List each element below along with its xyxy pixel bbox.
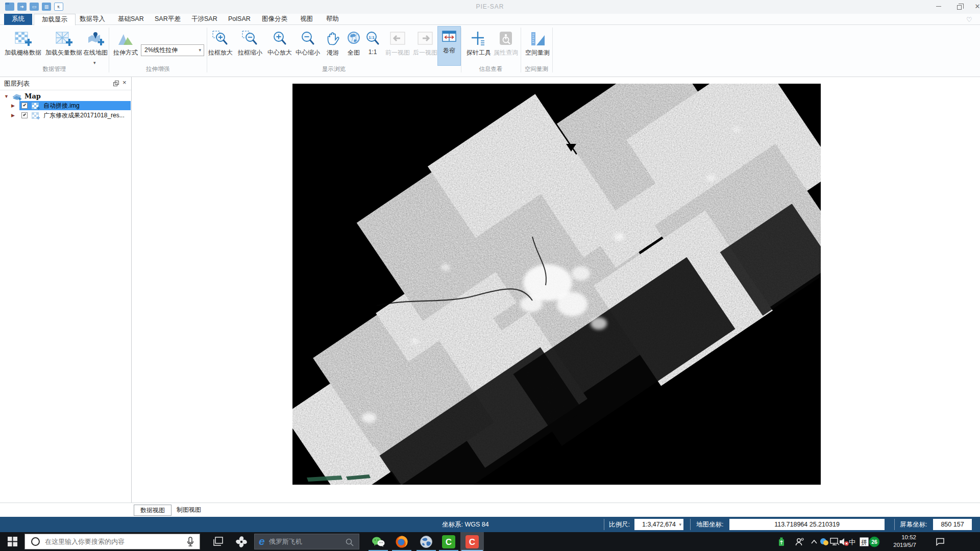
swipe-icon bbox=[441, 27, 457, 45]
stretch-mountains-icon bbox=[117, 29, 134, 47]
expand-arrow-icon[interactable]: ▶ bbox=[11, 111, 15, 120]
clock-date: 2019/5/7 bbox=[885, 541, 916, 549]
recorder-green-icon[interactable]: C bbox=[437, 532, 460, 551]
layer-row-1[interactable]: ▶ 自动拼接.img bbox=[0, 101, 132, 110]
ribbon-tab-row: 系统 加载显示 数据导入 基础SAR SAR平差 干涉SAR PolSAR 图像… bbox=[0, 14, 980, 25]
layer-checkbox[interactable] bbox=[21, 112, 28, 118]
tab-polsar[interactable]: PolSAR bbox=[220, 14, 258, 25]
zoom-out-box-button[interactable]: 拉框缩小 bbox=[236, 29, 264, 62]
float-panel-icon[interactable] bbox=[113, 81, 119, 86]
taskbar-clock[interactable]: 10:52 2019/5/7 bbox=[885, 534, 916, 549]
group-label-stretch: 拉伸增强 bbox=[109, 65, 207, 73]
ime-indicator[interactable]: 中 bbox=[849, 538, 855, 547]
restore-button[interactable] bbox=[950, 0, 968, 13]
vector-grid-icon bbox=[55, 29, 72, 47]
expand-arrow-icon[interactable]: ▶ bbox=[11, 101, 15, 110]
svg-text:1:1: 1:1 bbox=[369, 35, 375, 40]
microphone-icon[interactable] bbox=[187, 537, 194, 547]
antivirus-badge-icon[interactable]: 26 bbox=[867, 532, 882, 551]
previous-view-button[interactable]: 前一视图 bbox=[384, 29, 411, 62]
full-extent-button[interactable]: 全图 bbox=[344, 29, 363, 62]
screen-coord-value: 850 157 bbox=[933, 519, 972, 530]
load-raster-button[interactable]: 加载栅格数据 bbox=[3, 29, 43, 62]
news-search-widget[interactable]: e 俄罗斯飞机 bbox=[254, 534, 359, 549]
cortana-icon bbox=[31, 537, 40, 546]
tab-data-view[interactable]: 数据视图 bbox=[134, 505, 172, 516]
map-coord-label: 地图坐标: bbox=[696, 520, 723, 529]
raster-checkerboard-icon bbox=[14, 29, 32, 47]
raster-layer-icon bbox=[32, 112, 40, 122]
quick-access-customize-icon[interactable]: ▾ bbox=[57, 4, 60, 9]
tab-load-display[interactable]: 加载显示 bbox=[34, 14, 76, 26]
load-vector-button[interactable]: 加载矢量数据 bbox=[44, 29, 84, 62]
people-icon[interactable] bbox=[792, 532, 807, 551]
sar-mosaic bbox=[292, 84, 821, 485]
open-icon[interactable]: ➜ bbox=[17, 3, 27, 11]
sar-image-canvas[interactable] bbox=[292, 84, 821, 485]
pinwheel-app-icon[interactable] bbox=[230, 532, 253, 551]
close-button[interactable]: ✕ bbox=[969, 0, 980, 13]
taskbar-search-box[interactable] bbox=[24, 534, 200, 549]
tab-basic-sar[interactable]: 基础SAR bbox=[110, 14, 152, 25]
zoom-in-box-button[interactable]: 拉框放大 bbox=[206, 29, 235, 62]
view-tab-strip: 数据视图 制图视图 bbox=[0, 503, 980, 517]
zoom-out-center-icon bbox=[300, 29, 316, 47]
online-map-dropdown-icon[interactable]: ▾ bbox=[93, 60, 96, 65]
zoom-in-center-button[interactable]: 中心放大 bbox=[265, 29, 294, 62]
pie-sar-globe-icon[interactable] bbox=[414, 532, 438, 551]
task-view-icon[interactable] bbox=[206, 532, 230, 551]
zoom-out-center-button[interactable]: 中心缩小 bbox=[294, 29, 322, 62]
group-label-display: 显示浏览 bbox=[207, 65, 461, 73]
ie-icon: e bbox=[259, 535, 265, 547]
stretch-method-combobox[interactable]: 2%线性拉伸 ▾ bbox=[141, 44, 204, 56]
tab-system[interactable]: 系统 bbox=[4, 14, 32, 25]
save-icon[interactable]: ▭ bbox=[30, 3, 39, 11]
wechat-icon[interactable] bbox=[366, 532, 390, 551]
probe-crosshair-icon bbox=[470, 29, 487, 47]
arrow-left-icon bbox=[389, 29, 406, 47]
scale-combobox[interactable]: 1:3,472,674 ▾ bbox=[634, 519, 683, 530]
stretch-mode-button[interactable]: 拉伸方式 bbox=[111, 29, 140, 62]
tab-data-import[interactable]: 数据导入 bbox=[72, 14, 113, 25]
window-title: PIE-SAR bbox=[0, 0, 980, 14]
attribute-query-button[interactable]: 属性查询 bbox=[492, 29, 520, 62]
group-label-data-management: 数据管理 bbox=[0, 65, 109, 73]
tab-help[interactable]: 帮助 bbox=[318, 14, 347, 25]
minimize-button[interactable] bbox=[930, 0, 947, 13]
tree-root-row[interactable]: ▼ Map bbox=[0, 92, 132, 101]
tab-view[interactable]: 视图 bbox=[292, 14, 321, 25]
globe-icon bbox=[346, 29, 362, 47]
layer-panel-title: 图层列表 bbox=[4, 80, 30, 88]
panel-close-icon[interactable]: × bbox=[122, 79, 127, 86]
start-button[interactable] bbox=[0, 532, 24, 551]
action-center-icon[interactable] bbox=[931, 532, 949, 551]
tab-layout-view[interactable]: 制图视图 bbox=[170, 505, 207, 516]
new-project-icon[interactable] bbox=[5, 3, 14, 11]
heart-icon[interactable]: ♡ bbox=[966, 16, 972, 23]
crs-label: 坐标系: WGS 84 bbox=[442, 520, 489, 529]
probe-tool-button[interactable]: 探针工具 bbox=[464, 29, 493, 62]
swipe-button[interactable]: 卷帘 bbox=[438, 27, 460, 65]
usb-icon[interactable] bbox=[774, 532, 789, 551]
one-to-one-button[interactable]: 1:1 1:1 bbox=[363, 29, 382, 62]
pan-button[interactable]: 漫游 bbox=[323, 29, 343, 62]
firefox-icon[interactable] bbox=[390, 532, 413, 551]
tab-classification[interactable]: 图像分类 bbox=[254, 14, 295, 25]
spatial-measure-button[interactable]: 空间量测 bbox=[524, 29, 551, 62]
root-layer-label: Map bbox=[24, 92, 41, 101]
taskbar: e 俄罗斯飞机 C C bbox=[0, 532, 980, 551]
layer-checkbox[interactable] bbox=[21, 103, 28, 109]
svg-text:C: C bbox=[469, 537, 475, 547]
tab-insar[interactable]: 干涉SAR bbox=[184, 14, 225, 25]
map-view[interactable] bbox=[132, 77, 980, 503]
layer-label: 广东修改成果20171018_res... bbox=[43, 111, 125, 120]
next-view-button[interactable]: 后一视图 bbox=[411, 29, 439, 62]
search-input[interactable] bbox=[45, 538, 173, 545]
layer-row-2[interactable]: ▶ 广东修改成果20171018_res... bbox=[0, 111, 132, 120]
online-map-button[interactable]: 在线地图 bbox=[84, 29, 107, 62]
collapse-arrow-icon[interactable]: ▼ bbox=[4, 92, 9, 101]
camtasia-red-icon[interactable]: C bbox=[460, 532, 484, 551]
tab-sar-adjust[interactable]: SAR平差 bbox=[147, 14, 188, 25]
save-as-icon[interactable]: ▥ bbox=[42, 3, 51, 11]
ruler-triangle-icon bbox=[529, 29, 546, 47]
